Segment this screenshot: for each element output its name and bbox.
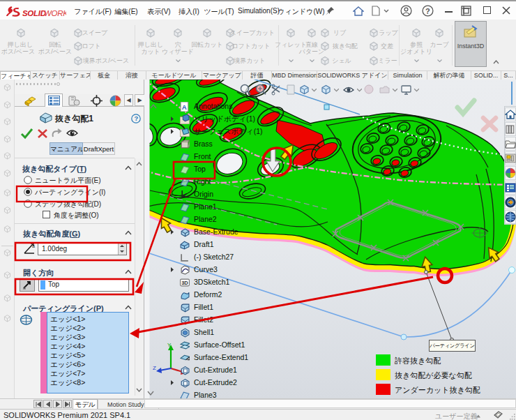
svg-text:Y: Y [167,342,172,348]
svg-text:Z: Z [153,365,156,371]
svg-text:a: a [32,243,35,248]
svg-text:?: ? [134,114,138,122]
svg-text:WORKS: WORKS [44,9,66,17]
svg-text:SOLID: SOLID [22,9,46,17]
svg-text:3D: 3D [181,280,188,286]
svg-text:A: A [182,103,187,111]
svg-text:?: ? [425,7,430,15]
